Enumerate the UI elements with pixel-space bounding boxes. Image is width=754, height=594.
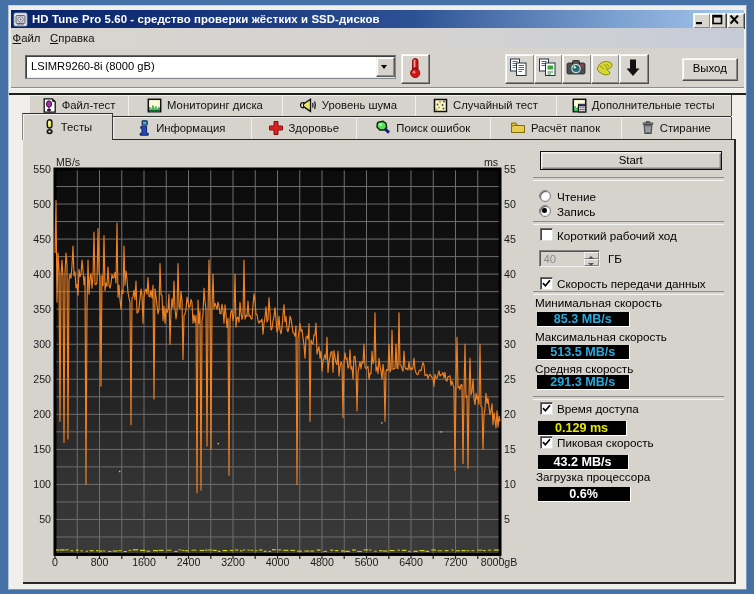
svg-text:4000: 4000	[266, 556, 290, 568]
svg-text:0: 0	[52, 556, 58, 568]
svg-text:50: 50	[39, 513, 51, 525]
svg-text:35: 35	[504, 303, 516, 315]
svg-text:45: 45	[504, 233, 516, 245]
svg-text:8000gB: 8000gB	[481, 556, 518, 568]
svg-text:MB/s: MB/s	[56, 156, 80, 168]
svg-text:25: 25	[504, 373, 516, 385]
svg-text:400: 400	[33, 268, 51, 280]
svg-text:5600: 5600	[355, 556, 379, 568]
svg-text:50: 50	[504, 198, 516, 210]
svg-text:250: 250	[33, 373, 51, 385]
svg-text:6400: 6400	[399, 556, 423, 568]
svg-text:10: 10	[504, 478, 516, 490]
svg-text:200: 200	[33, 408, 51, 420]
svg-text:800: 800	[91, 556, 109, 568]
svg-text:55: 55	[504, 163, 516, 175]
svg-text:4800: 4800	[310, 556, 334, 568]
svg-text:7200: 7200	[444, 556, 468, 568]
svg-text:150: 150	[33, 443, 51, 455]
svg-text:550: 550	[33, 163, 51, 175]
svg-text:350: 350	[33, 303, 51, 315]
svg-text:3200: 3200	[221, 556, 245, 568]
svg-text:300: 300	[33, 338, 51, 350]
svg-text:15: 15	[504, 443, 516, 455]
svg-text:2400: 2400	[177, 556, 201, 568]
svg-text:100: 100	[33, 478, 51, 490]
svg-text:20: 20	[504, 408, 516, 420]
svg-text:ms: ms	[484, 156, 498, 168]
svg-text:5: 5	[504, 513, 510, 525]
svg-text:500: 500	[33, 198, 51, 210]
svg-text:40: 40	[504, 268, 516, 280]
svg-text:30: 30	[504, 338, 516, 350]
svg-text:450: 450	[33, 233, 51, 245]
svg-text:1600: 1600	[132, 556, 156, 568]
